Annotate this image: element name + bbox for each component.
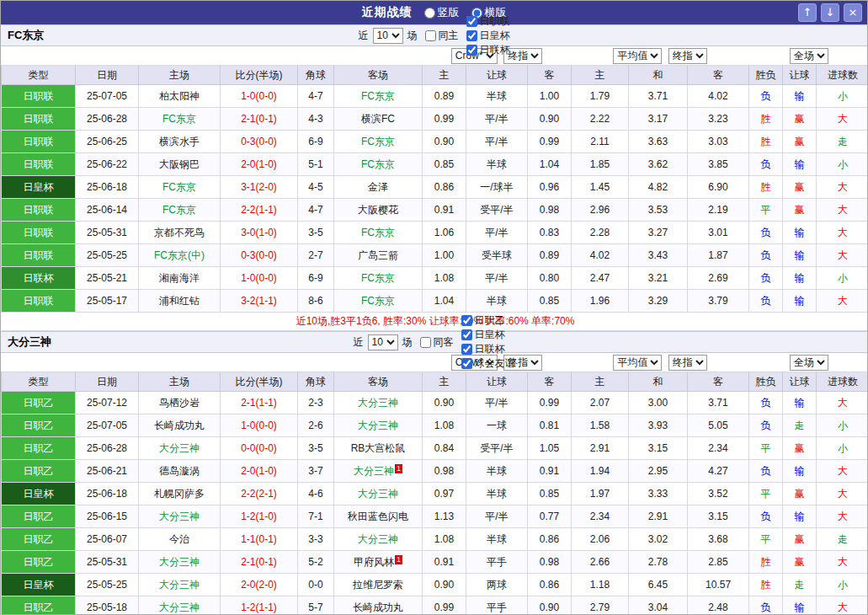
scope-select[interactable]: 全场	[790, 48, 828, 64]
score-cell[interactable]: 1-2(1-1)	[221, 596, 298, 615]
league-type-cell: 日职联	[2, 244, 76, 267]
league-filter[interactable]: 日皇杯	[461, 29, 510, 43]
league-filter[interactable]: 日皇杯	[456, 328, 515, 342]
home-team-cell[interactable]: 长崎成功丸	[139, 414, 221, 437]
average-time-select[interactable]: 终指	[668, 48, 707, 64]
home-team-cell[interactable]: 鸟栖沙岩	[139, 392, 221, 414]
same-venue-label: 同客	[434, 335, 454, 350]
away-team-cell[interactable]: 金泽	[334, 176, 423, 199]
score-cell[interactable]: 0-0(0-0)	[221, 437, 298, 460]
score-cell[interactable]: 1-0(0-0)	[221, 267, 298, 290]
away-team-cell[interactable]: FC东京	[334, 153, 423, 176]
league-filter[interactable]: 球会友谊	[456, 356, 515, 371]
home-team-cell[interactable]: 横滨水手	[139, 131, 221, 153]
home-team-cell[interactable]: 今治	[139, 528, 221, 551]
league-filter[interactable]: 日职乙	[456, 313, 515, 328]
league-checkbox[interactable]	[466, 16, 477, 27]
score-cell[interactable]: 1-0(0-0)	[221, 85, 298, 108]
league-filter[interactable]: 日联杯	[456, 342, 515, 356]
away-team-cell[interactable]: 大分三神1	[334, 460, 423, 483]
league-checkbox[interactable]	[466, 30, 477, 41]
away-team-cell[interactable]: FC东京	[334, 131, 423, 153]
scroll-down-button[interactable]: ↓	[821, 3, 839, 22]
league-checkbox[interactable]	[466, 45, 477, 56]
score-cell[interactable]: 3-2(1-1)	[221, 290, 298, 313]
home-team-cell[interactable]: 大阪钢巴	[139, 153, 221, 176]
layout-vertical-option[interactable]: 竖版	[424, 5, 460, 20]
score-cell[interactable]: 2-2(2-1)	[221, 483, 298, 505]
league-filter[interactable]: 日职联	[461, 14, 510, 29]
league-checkbox[interactable]	[461, 344, 472, 355]
away-team-cell[interactable]: 拉维尼罗索	[334, 574, 423, 596]
scope-select[interactable]: 全场	[790, 355, 828, 371]
away-team-cell[interactable]: 甲府风林1	[334, 551, 423, 574]
home-team-cell[interactable]: 浦和红钻	[139, 290, 221, 313]
score-cell[interactable]: 1-0(0-0)	[221, 414, 298, 437]
score-cell[interactable]: 0-3(0-0)	[221, 131, 298, 153]
match-count-select[interactable]: 10	[373, 28, 403, 44]
average-select[interactable]: 平均值	[613, 48, 662, 64]
score-cell[interactable]: 1-1(0-1)	[221, 528, 298, 551]
avg-odds-away: 2.69	[688, 267, 749, 290]
league-checkbox[interactable]	[461, 358, 472, 369]
away-team-cell[interactable]: FC东京	[334, 85, 423, 108]
handicap-odds-home: 0.90	[423, 574, 466, 596]
match-count-select[interactable]: 10	[368, 334, 398, 350]
home-team-cell[interactable]: FC东京	[139, 199, 221, 222]
home-team-cell[interactable]: 札幌冈萨多	[139, 483, 221, 505]
away-team-cell[interactable]: 大分三神	[334, 392, 423, 414]
same-venue-filter[interactable]: 同主	[420, 29, 459, 43]
home-team-cell[interactable]: FC东京	[139, 108, 221, 131]
score-cell[interactable]: 2-0(1-0)	[221, 460, 298, 483]
same-venue-checkbox[interactable]	[420, 337, 431, 348]
vertical-radio-input[interactable]	[424, 8, 435, 19]
score-cell[interactable]: 3-0(1-0)	[221, 222, 298, 244]
home-team-cell[interactable]: FC东京	[139, 176, 221, 199]
away-team-cell[interactable]: 大分三神	[334, 483, 423, 505]
home-team-cell[interactable]: FC东京(中)	[139, 244, 221, 267]
away-team-cell[interactable]: 大分三神	[334, 528, 423, 551]
score-cell[interactable]: 1-2(1-0)	[221, 505, 298, 528]
score-cell[interactable]: 2-0(2-0)	[221, 574, 298, 596]
home-team-cell[interactable]: 大分三神	[139, 437, 221, 460]
score-cell[interactable]: 2-2(1-1)	[221, 199, 298, 222]
home-team-cell[interactable]: 柏太阳神	[139, 85, 221, 108]
home-team-cell[interactable]: 德岛漩涡	[139, 460, 221, 483]
home-team-cell[interactable]: 大分三神	[139, 551, 221, 574]
same-venue-checkbox[interactable]	[425, 30, 436, 41]
home-team-cell[interactable]: 京都不死鸟	[139, 222, 221, 244]
avg-odds-away: 5.05	[688, 414, 749, 437]
league-type-cell: 日职联	[2, 131, 76, 153]
average-time-select[interactable]: 终指	[668, 355, 707, 371]
close-button[interactable]: ×	[844, 3, 862, 22]
league-filter[interactable]: 日联杯	[461, 43, 510, 57]
away-team-cell[interactable]: 大阪樱花	[334, 199, 423, 222]
league-checkbox[interactable]	[461, 329, 472, 340]
same-venue-filter[interactable]: 同客	[415, 335, 454, 350]
away-team-cell[interactable]: 大分三神	[334, 414, 423, 437]
away-team-cell[interactable]: FC东京	[334, 267, 423, 290]
handicap-odds-line: 平/半	[466, 131, 528, 153]
away-team-cell[interactable]: 长崎成功丸	[334, 596, 423, 615]
home-team-cell[interactable]: 大分三神	[139, 505, 221, 528]
score-cell[interactable]: 2-0(1-0)	[221, 153, 298, 176]
scroll-up-button[interactable]: ↑	[798, 3, 817, 22]
home-team-cell[interactable]: 湘南海洋	[139, 267, 221, 290]
away-team-cell[interactable]: RB大宫松鼠	[334, 437, 423, 460]
goals-result-cell: 大	[817, 460, 868, 483]
score-cell[interactable]: 3-1(2-0)	[221, 176, 298, 199]
score-cell[interactable]: 2-1(1-1)	[221, 392, 298, 414]
away-team-cell[interactable]: FC东京	[334, 290, 423, 313]
winloss-result-cell: 负	[749, 392, 783, 414]
score-cell[interactable]: 2-1(0-1)	[221, 551, 298, 574]
away-team-cell[interactable]: 秋田蓝色闪电	[334, 505, 423, 528]
league-checkbox[interactable]	[461, 315, 472, 326]
score-cell[interactable]: 0-3(0-0)	[221, 244, 298, 267]
away-team-cell[interactable]: 横滨FC	[334, 108, 423, 131]
home-team-cell[interactable]: 大分三神	[139, 596, 221, 615]
home-team-cell[interactable]: 大分三神	[139, 574, 221, 596]
away-team-cell[interactable]: FC东京	[334, 222, 423, 244]
score-cell[interactable]: 2-1(0-1)	[221, 108, 298, 131]
average-select[interactable]: 平均值	[613, 355, 662, 371]
away-team-cell[interactable]: 广岛三箭	[334, 244, 423, 267]
